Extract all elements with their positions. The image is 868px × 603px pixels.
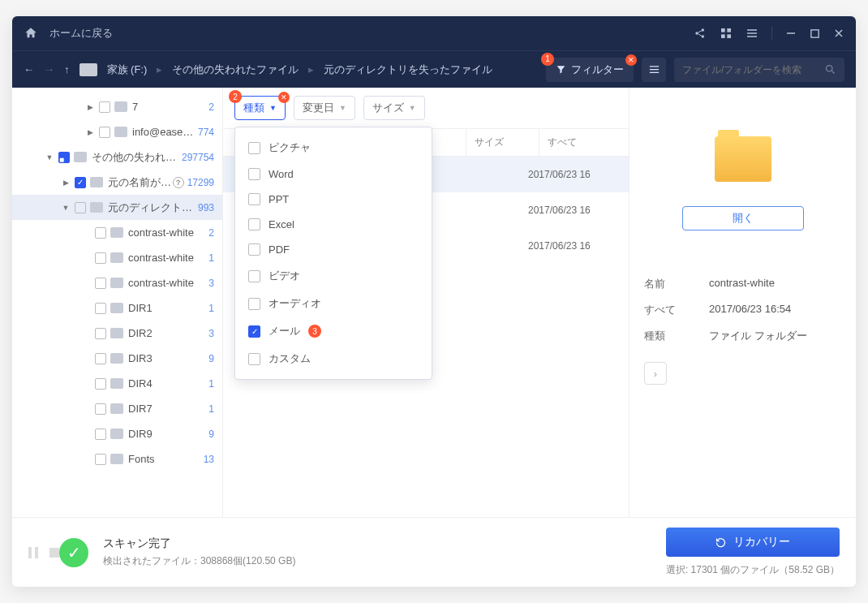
dropdown-item[interactable]: ✓メール3 bbox=[235, 317, 432, 345]
tree-item[interactable]: ▶info@easeus.…774 bbox=[12, 119, 222, 144]
svg-point-0 bbox=[695, 32, 698, 34]
home-icon[interactable] bbox=[24, 26, 38, 41]
tree-item[interactable]: DIR41 bbox=[12, 371, 222, 396]
open-button[interactable]: 開く bbox=[682, 206, 804, 230]
meta-type-value: ファイル フォルダー bbox=[709, 329, 807, 343]
search-input[interactable] bbox=[682, 64, 824, 75]
menu-icon[interactable] bbox=[746, 27, 758, 40]
svg-rect-5 bbox=[721, 34, 725, 38]
meta-all-label: すべて bbox=[644, 303, 709, 317]
tree-item[interactable]: DIR23 bbox=[12, 321, 222, 346]
dropdown-item[interactable]: オーディオ bbox=[235, 290, 432, 317]
type-dropdown: ピクチャWordPPTExcelPDFビデオオーディオ✓メール3カスタム bbox=[234, 127, 432, 380]
tree-item[interactable]: ▼元のディレクトリを失…993 bbox=[12, 195, 222, 220]
nav-up-icon[interactable]: ↑ bbox=[64, 63, 70, 75]
dropdown-item[interactable]: ピクチャ bbox=[235, 134, 432, 162]
selection-summary: 選択: 17301 個のファイル（58.52 GB） bbox=[666, 563, 840, 577]
dropdown-item[interactable]: ビデオ bbox=[235, 262, 432, 290]
maximize-icon[interactable] bbox=[810, 28, 820, 39]
nav-forward-icon[interactable]: → bbox=[44, 63, 54, 75]
meta-name-label: 名前 bbox=[644, 277, 709, 291]
tree-item[interactable]: Fonts13 bbox=[12, 446, 222, 472]
tree-item[interactable]: ▶72 bbox=[12, 94, 222, 119]
center-panel: 2 種類▼ ✕ 変更日▼ サイズ▼ ピクチャWordPPTExcelPDFビデオ… bbox=[223, 88, 629, 517]
filter-badge: 1 bbox=[541, 53, 554, 66]
filter-clear-icon[interactable]: ✕ bbox=[625, 54, 637, 66]
filter-row: 2 種類▼ ✕ 変更日▼ サイズ▼ ピクチャWordPPTExcelPDFビデオ… bbox=[223, 88, 629, 128]
filter-type-badge: 2 bbox=[229, 90, 242, 103]
minimize-icon[interactable] bbox=[785, 28, 797, 39]
scan-status-title: スキャン完了 bbox=[103, 536, 295, 551]
breadcrumb-root[interactable]: 家族 (F:) bbox=[107, 62, 148, 77]
recover-icon bbox=[715, 536, 727, 549]
toolbar: ← → ↑ 家族 (F:) ▸ その他の失われたファイル ▸ 元のディレクトリを… bbox=[12, 50, 856, 88]
details-panel: 開く 名前contrast-white すべて2017/06/23 16:54 … bbox=[629, 88, 856, 517]
stop-button[interactable] bbox=[49, 548, 59, 558]
dropdown-item[interactable]: Excel bbox=[235, 212, 432, 237]
tree-item[interactable]: DIR99 bbox=[12, 421, 222, 446]
dropdown-item[interactable]: Word bbox=[235, 162, 432, 187]
meta-name-value: contrast-white bbox=[709, 277, 775, 291]
svg-rect-3 bbox=[721, 28, 725, 32]
header-size[interactable]: サイズ bbox=[466, 129, 539, 156]
home-link[interactable]: ホームに戻る bbox=[49, 26, 113, 41]
svg-point-2 bbox=[702, 35, 704, 37]
footer: ✓ スキャン完了 検出されたファイル：308868個(120.50 GB) リカ… bbox=[12, 517, 856, 587]
tree-item[interactable]: contrast-white2 bbox=[12, 220, 222, 245]
scan-status-subtitle: 検出されたファイル：308868個(120.50 GB) bbox=[103, 554, 295, 568]
folder-preview-icon bbox=[715, 136, 771, 182]
svg-point-1 bbox=[702, 28, 704, 31]
header-all[interactable]: すべて bbox=[539, 129, 629, 156]
recover-button[interactable]: リカバリー bbox=[666, 528, 840, 557]
svg-rect-4 bbox=[727, 28, 731, 32]
disk-icon bbox=[79, 63, 97, 76]
tree-item[interactable]: DIR71 bbox=[12, 396, 222, 421]
tree-item[interactable]: ▼■その他の失われたフ…297754 bbox=[12, 144, 222, 170]
meta-type-label: 種類 bbox=[644, 329, 709, 343]
tree-item[interactable]: DIR39 bbox=[12, 346, 222, 371]
close-icon[interactable] bbox=[833, 28, 844, 39]
breadcrumb-item[interactable]: 元のディレクトリを失ったファイル bbox=[324, 62, 492, 77]
meta-all-value: 2017/06/23 16:54 bbox=[709, 303, 791, 317]
filter-type-clear-icon[interactable]: ✕ bbox=[278, 92, 290, 103]
scan-complete-icon: ✓ bbox=[59, 538, 88, 567]
dropdown-item[interactable]: カスタム bbox=[235, 345, 432, 373]
share-icon[interactable] bbox=[694, 27, 707, 40]
search-icon[interactable] bbox=[824, 63, 836, 75]
filter-icon bbox=[556, 64, 566, 75]
breadcrumb-item[interactable]: その他の失われたファイル bbox=[172, 62, 299, 77]
filter-button[interactable]: 1 フィルター ✕ bbox=[546, 58, 634, 82]
filter-type-chip[interactable]: 2 種類▼ ✕ bbox=[234, 96, 286, 120]
pause-button[interactable] bbox=[28, 547, 38, 558]
dropdown-item[interactable]: PPT bbox=[235, 187, 432, 212]
tree-item[interactable]: DIR11 bbox=[12, 295, 222, 321]
titlebar: ホームに戻る bbox=[12, 16, 856, 50]
grid-icon[interactable] bbox=[720, 27, 733, 40]
filter-date-chip[interactable]: 変更日▼ bbox=[294, 96, 355, 120]
dropdown-item[interactable]: PDF bbox=[235, 237, 432, 262]
filter-size-chip[interactable]: サイズ▼ bbox=[363, 96, 425, 120]
tree-sidebar: ▶72▶info@easeus.…774▼■その他の失われたフ…297754▶✓… bbox=[12, 88, 223, 517]
tree-item[interactable]: contrast-white3 bbox=[12, 270, 222, 295]
svg-rect-7 bbox=[811, 29, 819, 37]
svg-point-8 bbox=[827, 66, 833, 72]
nav-back-icon[interactable]: ← bbox=[24, 63, 34, 75]
app-window: ホームに戻る ← → ↑ 家族 (F:) ▸ その他の失われたファイル ▸ 元の… bbox=[12, 16, 856, 587]
search-bar bbox=[674, 58, 844, 82]
tree-item[interactable]: contrast-white1 bbox=[12, 245, 222, 270]
tree-item[interactable]: ▶✓元の名前が失…?17299 bbox=[12, 170, 222, 195]
pager-next-button[interactable]: › bbox=[644, 362, 667, 385]
svg-rect-6 bbox=[727, 34, 731, 38]
view-mode-button[interactable] bbox=[642, 58, 666, 82]
